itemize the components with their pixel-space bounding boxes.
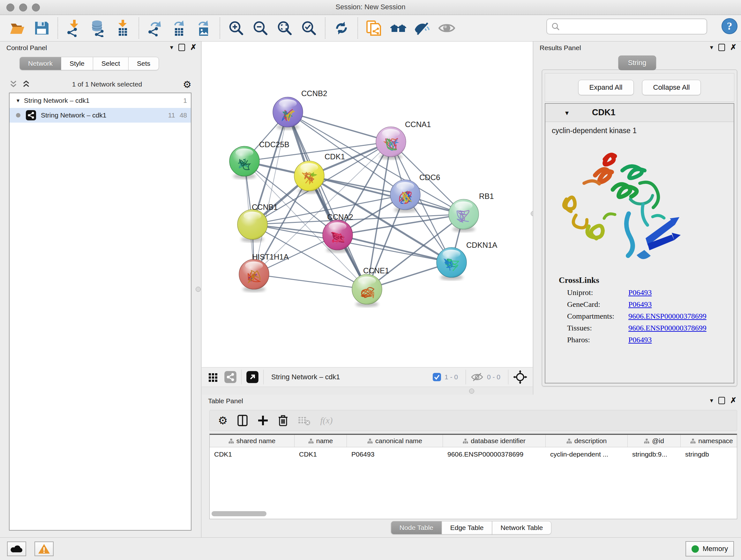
grid-view-icon[interactable] [207, 371, 219, 383]
panel-close-icon[interactable]: ✗ [730, 396, 737, 404]
tab-style[interactable]: Style [61, 57, 93, 70]
help-icon[interactable]: ? [721, 18, 738, 35]
hidden-eye-icon[interactable] [470, 372, 484, 382]
annotations-icon[interactable] [365, 19, 383, 37]
delete-column-icon[interactable] [278, 415, 288, 427]
tab-network[interactable]: Network [19, 57, 61, 70]
node-label-CCNA2: CCNA2 [327, 212, 353, 221]
export-image-icon[interactable] [195, 19, 212, 37]
panel-float-icon[interactable] [718, 397, 725, 404]
column-header-database-identifier[interactable]: database identifier [443, 435, 546, 447]
column-header-description[interactable]: description [546, 435, 628, 447]
table-cell[interactable]: CDK1 [294, 447, 347, 461]
network-options-gear-icon[interactable]: ⚙ [183, 79, 192, 90]
network-collection-row[interactable]: ▾ String Network – cdk1 1 [10, 93, 191, 108]
search-icon [551, 22, 560, 31]
tree-expand-icon[interactable]: ▾ [17, 97, 19, 104]
crosslink-link[interactable]: 9606.ENSP00000378699 [628, 312, 706, 320]
crosslink-link[interactable]: P06493 [628, 335, 652, 344]
panel-close-icon[interactable]: ✗ [190, 44, 197, 51]
memory-button[interactable]: Memory [685, 541, 734, 557]
table-cell[interactable]: stringdb:9... [628, 447, 681, 461]
save-session-icon[interactable] [32, 19, 51, 37]
delete-table-icon[interactable] [298, 415, 311, 426]
show-all-icon[interactable] [438, 19, 456, 37]
open-session-icon[interactable] [8, 19, 26, 37]
crosslink-link[interactable]: P06493 [628, 300, 652, 309]
expand-all-icon[interactable] [22, 80, 31, 88]
open-in-window-icon[interactable] [246, 371, 259, 383]
network-row[interactable]: String Network – cdk1 11 48 [10, 108, 191, 123]
zoom-selected-icon[interactable] [300, 19, 318, 37]
tab-select[interactable]: Select [93, 57, 129, 70]
search-field[interactable] [546, 18, 707, 35]
panel-menu-icon[interactable]: ▾ [710, 397, 713, 403]
import-network-icon[interactable] [65, 19, 83, 37]
panel-menu-icon[interactable]: ▾ [170, 44, 173, 51]
node-label-CCNA1: CCNA1 [405, 120, 431, 129]
crosslink-link[interactable]: 9606.ENSP00000378699 [628, 324, 706, 332]
zoom-in-icon[interactable] [227, 19, 245, 37]
column-header-namespace[interactable]: namespace [681, 435, 737, 447]
zoom-out-icon[interactable] [252, 19, 269, 37]
refresh-icon[interactable] [333, 19, 350, 37]
fit-content-icon[interactable] [513, 370, 528, 384]
section-collapse-icon[interactable]: ▾ [565, 109, 569, 117]
collapse-all-icon[interactable] [9, 80, 18, 88]
tab-sets[interactable]: Sets [128, 57, 159, 70]
network-node-HIST1H1A[interactable]: HIST1H1A [239, 253, 289, 292]
table-options-gear-icon[interactable]: ⚙ [218, 414, 227, 427]
network-edges [245, 112, 464, 289]
function-builder-icon[interactable]: f(x) [320, 415, 333, 426]
network-canvas[interactable]: CCNB2CCNA1CDC25BCDK1CDC6RB1CCNB1CCNA2CDK… [202, 42, 533, 367]
tab-network-table[interactable]: Network Table [492, 521, 551, 535]
column-header-name[interactable]: name [294, 435, 347, 447]
string-view-icon[interactable] [224, 371, 237, 383]
panel-float-icon[interactable] [718, 44, 725, 51]
tab-node-table[interactable]: Node Table [391, 521, 442, 535]
network-node-CCNA2[interactable]: CCNA2 [323, 212, 353, 253]
crosslink-link[interactable]: P06493 [628, 288, 652, 297]
tab-string[interactable]: String [618, 56, 656, 70]
export-table-icon[interactable] [171, 19, 188, 37]
horizontal-splitter-handle[interactable] [469, 388, 474, 394]
vertical-splitter-handle[interactable] [196, 287, 201, 292]
import-table-icon[interactable] [114, 19, 131, 37]
table-horizontal-scrollbar[interactable] [212, 511, 266, 516]
network-node-CCNB2[interactable]: CCNB2 [273, 89, 327, 130]
node-label-CCNE1: CCNE1 [363, 266, 389, 275]
tab-edge-table[interactable]: Edge Table [442, 521, 492, 535]
selected-nodes-checkbox-icon[interactable] [432, 373, 441, 381]
table-row[interactable]: CDK1CDK1P064939606.ENSP00000378699cyclin… [210, 447, 737, 461]
expand-all-button[interactable]: Expand All [578, 80, 634, 95]
table-cell[interactable]: P06493 [347, 447, 443, 461]
panel-float-icon[interactable] [179, 44, 185, 51]
table-cell[interactable]: CDK1 [210, 447, 294, 461]
collapse-all-button[interactable]: Collapse All [642, 80, 701, 95]
node-section-header[interactable]: ▾ CDK1 [545, 104, 734, 122]
panel-close-icon[interactable]: ✗ [730, 44, 737, 51]
table-cell[interactable]: 9606.ENSP00000378699 [443, 447, 546, 461]
column-header-canonical-name[interactable]: canonical name [347, 435, 443, 447]
add-column-icon[interactable] [258, 415, 268, 426]
network-node-CCNB1[interactable]: CCNB1 [238, 203, 278, 242]
column-header-shared-name[interactable]: shared name [210, 435, 294, 447]
cloud-status-button[interactable] [7, 542, 26, 556]
search-input[interactable] [562, 22, 703, 30]
panel-menu-icon[interactable]: ▾ [710, 44, 713, 51]
zoom-fit-icon[interactable] [276, 19, 293, 37]
network-node-CDK1[interactable]: CDK1 [294, 152, 345, 194]
hide-selected-icon[interactable] [414, 19, 431, 37]
crosslink-row: GeneCard:P06493 [567, 300, 734, 309]
network-node-RB1[interactable]: RB1 [449, 192, 494, 232]
column-header--id[interactable]: @id [628, 435, 681, 447]
first-neighbors-icon[interactable] [389, 19, 407, 37]
warnings-button[interactable] [35, 542, 54, 556]
import-database-icon[interactable] [89, 19, 107, 37]
table-cell[interactable]: cyclin-dependent ... [546, 447, 628, 461]
table-header-row: shared namenamecanonical namedatabase id… [210, 434, 737, 447]
table-cell[interactable]: stringdb [681, 447, 737, 461]
show-columns-icon[interactable] [237, 415, 248, 427]
network-node-CDKN1A[interactable]: CDKN1A [436, 241, 497, 280]
export-network-icon[interactable] [146, 19, 164, 37]
